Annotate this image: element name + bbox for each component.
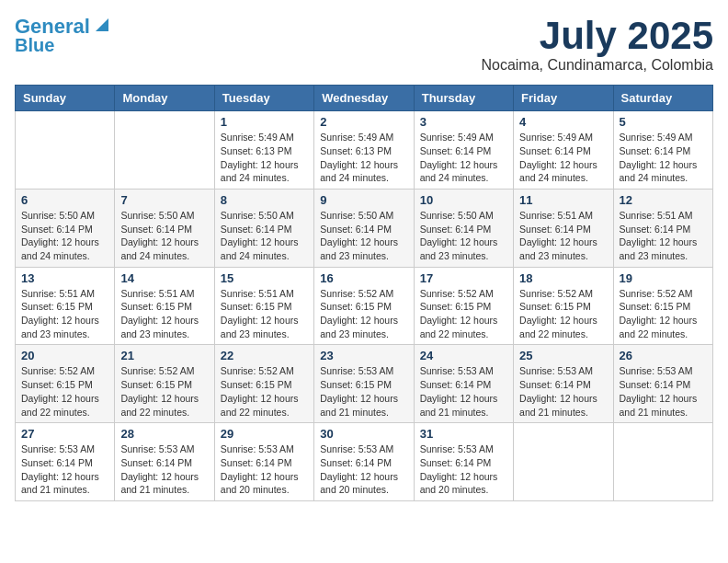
header-wednesday: Wednesday xyxy=(314,86,414,111)
sunset-text: Sunset: 6:14 PM xyxy=(120,457,192,468)
daylight-text: Daylight: 12 hours and 23 minutes. xyxy=(620,236,698,261)
sunset-text: Sunset: 6:15 PM xyxy=(320,379,392,390)
sunset-text: Sunset: 6:15 PM xyxy=(21,301,93,312)
sunset-text: Sunset: 6:15 PM xyxy=(221,379,292,390)
sunset-text: Sunset: 6:14 PM xyxy=(519,224,591,235)
daylight-text: Daylight: 12 hours and 24 minutes. xyxy=(519,159,597,184)
day-info: Sunrise: 5:49 AMSunset: 6:14 PMDaylight:… xyxy=(620,131,707,185)
header-thursday: Thursday xyxy=(414,86,513,111)
table-row: 8Sunrise: 5:50 AMSunset: 6:14 PMDaylight… xyxy=(214,189,313,267)
logo: General Blue xyxy=(15,15,112,56)
sunset-text: Sunset: 6:15 PM xyxy=(120,301,192,312)
calendar-header-row: Sunday Monday Tuesday Wednesday Thursday… xyxy=(16,86,713,111)
day-info: Sunrise: 5:51 AMSunset: 6:15 PMDaylight:… xyxy=(120,287,208,341)
sunrise-text: Sunrise: 5:50 AM xyxy=(320,210,393,221)
logo-arrow-icon xyxy=(92,15,112,35)
sunset-text: Sunset: 6:14 PM xyxy=(320,457,392,468)
sunset-text: Sunset: 6:14 PM xyxy=(221,224,292,235)
sunrise-text: Sunrise: 5:50 AM xyxy=(221,210,294,221)
table-row: 7Sunrise: 5:50 AMSunset: 6:14 PMDaylight… xyxy=(115,189,214,267)
daylight-text: Daylight: 12 hours and 24 minutes. xyxy=(120,236,199,261)
sunrise-text: Sunrise: 5:53 AM xyxy=(320,443,393,454)
day-info: Sunrise: 5:52 AMSunset: 6:15 PMDaylight:… xyxy=(420,287,507,341)
table-row: 3Sunrise: 5:49 AMSunset: 6:14 PMDaylight… xyxy=(414,111,513,190)
sunrise-text: Sunrise: 5:52 AM xyxy=(21,365,95,376)
sunrise-text: Sunrise: 5:53 AM xyxy=(320,365,393,376)
sunrise-text: Sunrise: 5:53 AM xyxy=(620,365,693,376)
day-info: Sunrise: 5:50 AMSunset: 6:14 PMDaylight:… xyxy=(221,209,308,263)
daylight-text: Daylight: 12 hours and 24 minutes. xyxy=(420,159,498,184)
sunset-text: Sunset: 6:14 PM xyxy=(21,224,93,235)
daylight-text: Daylight: 12 hours and 23 minutes. xyxy=(120,315,199,339)
table-row: 16Sunrise: 5:52 AMSunset: 6:15 PMDayligh… xyxy=(314,267,414,345)
sunset-text: Sunset: 6:14 PM xyxy=(420,224,492,235)
calendar-week-row: 20Sunrise: 5:52 AMSunset: 6:15 PMDayligh… xyxy=(16,345,713,423)
sunrise-text: Sunrise: 5:51 AM xyxy=(519,210,593,221)
day-number: 27 xyxy=(21,427,108,441)
day-info: Sunrise: 5:53 AMSunset: 6:14 PMDaylight:… xyxy=(620,364,707,419)
day-info: Sunrise: 5:52 AMSunset: 6:15 PMDaylight:… xyxy=(519,287,607,341)
daylight-text: Daylight: 12 hours and 21 minutes. xyxy=(519,393,597,418)
day-info: Sunrise: 5:53 AMSunset: 6:14 PMDaylight:… xyxy=(519,364,607,419)
day-number: 24 xyxy=(420,349,507,362)
calendar-table: Sunday Monday Tuesday Wednesday Thursday… xyxy=(15,85,713,501)
daylight-text: Daylight: 12 hours and 23 minutes. xyxy=(320,315,398,339)
table-row: 30Sunrise: 5:53 AMSunset: 6:14 PMDayligh… xyxy=(314,423,414,501)
day-info: Sunrise: 5:52 AMSunset: 6:15 PMDaylight:… xyxy=(320,287,407,341)
sunrise-text: Sunrise: 5:49 AM xyxy=(221,132,294,143)
daylight-text: Daylight: 12 hours and 23 minutes. xyxy=(420,236,498,261)
day-number: 7 xyxy=(120,193,208,207)
svg-marker-0 xyxy=(96,18,108,31)
header-monday: Monday xyxy=(115,86,214,111)
daylight-text: Daylight: 12 hours and 22 minutes. xyxy=(420,315,498,339)
sunrise-text: Sunrise: 5:51 AM xyxy=(221,288,294,299)
day-number: 23 xyxy=(320,349,407,362)
day-number: 4 xyxy=(519,115,607,129)
sunset-text: Sunset: 6:15 PM xyxy=(519,301,591,312)
daylight-text: Daylight: 12 hours and 23 minutes. xyxy=(320,236,398,261)
header-saturday: Saturday xyxy=(613,86,712,111)
day-info: Sunrise: 5:49 AMSunset: 6:14 PMDaylight:… xyxy=(519,131,607,185)
sunrise-text: Sunrise: 5:53 AM xyxy=(221,443,294,454)
table-row xyxy=(16,111,115,190)
table-row: 9Sunrise: 5:50 AMSunset: 6:14 PMDaylight… xyxy=(314,189,414,267)
table-row: 17Sunrise: 5:52 AMSunset: 6:15 PMDayligh… xyxy=(414,267,513,345)
day-info: Sunrise: 5:53 AMSunset: 6:15 PMDaylight:… xyxy=(320,364,407,419)
calendar-week-row: 1Sunrise: 5:49 AMSunset: 6:13 PMDaylight… xyxy=(16,111,713,190)
daylight-text: Daylight: 12 hours and 21 minutes. xyxy=(320,393,398,418)
sunrise-text: Sunrise: 5:52 AM xyxy=(221,365,294,376)
table-row: 23Sunrise: 5:53 AMSunset: 6:15 PMDayligh… xyxy=(314,345,414,423)
day-info: Sunrise: 5:53 AMSunset: 6:14 PMDaylight:… xyxy=(320,442,407,497)
day-info: Sunrise: 5:51 AMSunset: 6:14 PMDaylight:… xyxy=(620,209,707,263)
table-row xyxy=(115,111,214,190)
day-info: Sunrise: 5:50 AMSunset: 6:14 PMDaylight:… xyxy=(120,209,208,263)
day-number: 15 xyxy=(221,271,308,285)
day-number: 6 xyxy=(21,193,108,207)
day-info: Sunrise: 5:53 AMSunset: 6:14 PMDaylight:… xyxy=(420,442,507,497)
day-number: 12 xyxy=(620,193,707,207)
day-number: 26 xyxy=(620,349,707,362)
day-info: Sunrise: 5:50 AMSunset: 6:14 PMDaylight:… xyxy=(320,209,407,263)
day-number: 1 xyxy=(221,115,308,129)
day-number: 21 xyxy=(120,349,208,362)
sunrise-text: Sunrise: 5:52 AM xyxy=(620,288,693,299)
sunset-text: Sunset: 6:15 PM xyxy=(221,301,292,312)
day-number: 19 xyxy=(620,271,707,285)
day-info: Sunrise: 5:51 AMSunset: 6:15 PMDaylight:… xyxy=(21,287,108,341)
daylight-text: Daylight: 12 hours and 22 minutes. xyxy=(519,315,597,339)
sunset-text: Sunset: 6:14 PM xyxy=(519,145,591,156)
daylight-text: Daylight: 12 hours and 24 minutes. xyxy=(221,236,299,261)
sunrise-text: Sunrise: 5:50 AM xyxy=(420,210,494,221)
sunrise-text: Sunrise: 5:49 AM xyxy=(320,132,393,143)
sunset-text: Sunset: 6:14 PM xyxy=(21,457,93,468)
sunset-text: Sunset: 6:15 PM xyxy=(620,301,691,312)
daylight-text: Daylight: 12 hours and 23 minutes. xyxy=(221,315,299,339)
table-row: 2Sunrise: 5:49 AMSunset: 6:13 PMDaylight… xyxy=(314,111,414,190)
sunrise-text: Sunrise: 5:51 AM xyxy=(120,288,194,299)
sunset-text: Sunset: 6:14 PM xyxy=(620,224,691,235)
day-number: 20 xyxy=(21,349,108,362)
header-tuesday: Tuesday xyxy=(214,86,313,111)
sunset-text: Sunset: 6:13 PM xyxy=(221,145,292,156)
day-number: 31 xyxy=(420,427,507,441)
day-number: 11 xyxy=(519,193,607,207)
